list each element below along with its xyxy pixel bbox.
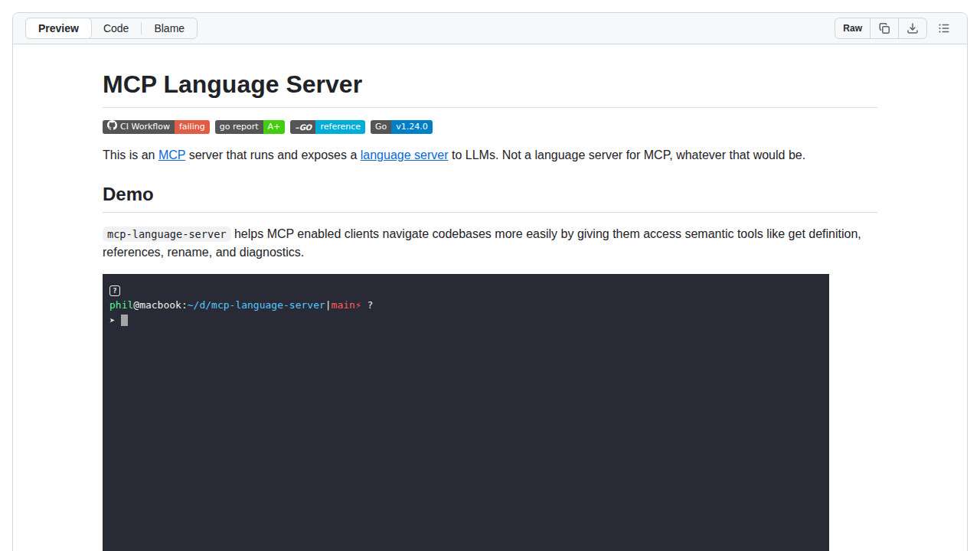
tab-blame[interactable]: Blame	[142, 18, 197, 38]
mcp-link[interactable]: MCP	[158, 148, 185, 161]
copy-icon	[878, 22, 890, 34]
intro-text: to LLMs. Not a language server for MCP, …	[449, 148, 806, 161]
lightning-icon: ⚡	[355, 299, 361, 311]
readme-rendered-content: MCP Language Server CI Workflow failing …	[103, 44, 877, 551]
prompt-git-branch: main	[332, 299, 355, 311]
prompt-arrow-icon: ➤	[109, 315, 115, 326]
demo-heading: Demo	[103, 183, 877, 213]
badge-status: v1.24.0	[391, 120, 433, 134]
download-icon	[906, 22, 919, 34]
intro-paragraph: This is an MCP server that runs and expo…	[103, 146, 877, 165]
outline-button[interactable]	[933, 18, 955, 39]
badge-status: A+	[263, 120, 286, 134]
terminal-cursor	[121, 315, 128, 326]
raw-copy-download-group: Raw	[835, 18, 927, 39]
badge-go-reference[interactable]: GO reference	[290, 120, 365, 134]
go-logo-icon: GO	[295, 122, 311, 133]
page-title: MCP Language Server	[103, 69, 877, 108]
badge-ci-workflow[interactable]: CI Workflow failing	[103, 120, 210, 134]
intro-text: This is an	[103, 148, 158, 161]
badge-go-report[interactable]: go report A+	[215, 120, 286, 134]
download-button[interactable]	[898, 18, 926, 38]
badge-status: reference	[315, 120, 365, 134]
badge-go-version[interactable]: Go v1.24.0	[371, 120, 433, 134]
github-mark-icon	[107, 120, 117, 134]
badge-label: go report	[215, 120, 263, 134]
file-view-container: Preview Code Blame Raw	[12, 12, 968, 551]
missing-glyph-icon: ?	[109, 285, 120, 296]
raw-button[interactable]: Raw	[835, 18, 870, 38]
file-header-toolbar: Preview Code Blame Raw	[13, 13, 967, 44]
prompt-path: ~/d/mcp-language-server	[188, 299, 325, 311]
intro-text: server that runs and exposes a	[185, 148, 361, 161]
demo-paragraph: mcp-language-server helps MCP enabled cl…	[103, 225, 877, 262]
prompt-separator: |	[325, 299, 332, 311]
badge-label: Go	[371, 120, 391, 134]
prompt-user: phil	[109, 299, 133, 311]
terminal-prompt-line: phil@macbook:~/d/mcp-language-server|mai…	[109, 298, 822, 313]
copy-button[interactable]	[870, 18, 898, 38]
prompt-status: ?	[361, 299, 374, 311]
inline-code: mcp-language-server	[103, 227, 231, 242]
badge-label: CI Workflow	[120, 121, 170, 134]
badge-status: failing	[175, 120, 210, 134]
badge-row: CI Workflow failing go report A+ GO refe…	[103, 120, 877, 134]
tab-preview[interactable]: Preview	[25, 18, 92, 39]
terminal-input-line: ➤	[109, 313, 822, 328]
prompt-host: @macbook:	[133, 299, 187, 311]
language-server-link[interactable]: language server	[361, 148, 449, 161]
unordered-list-icon	[938, 22, 950, 34]
tab-code[interactable]: Code	[91, 18, 141, 38]
demo-terminal-image: ? phil@macbook:~/d/mcp-language-server|m…	[103, 274, 829, 551]
header-actions: Raw	[835, 18, 955, 39]
view-mode-segmented-control: Preview Code Blame	[25, 18, 198, 39]
